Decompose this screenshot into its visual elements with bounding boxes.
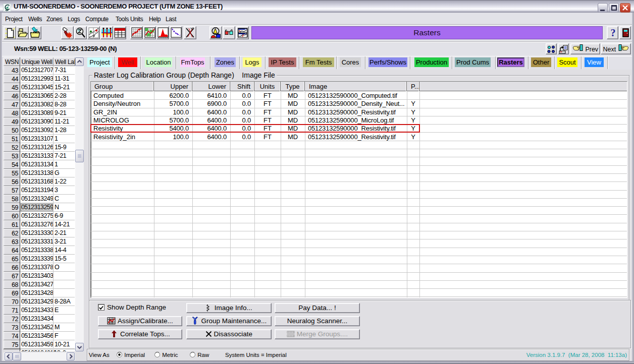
svg-text:?: ? xyxy=(611,27,616,38)
